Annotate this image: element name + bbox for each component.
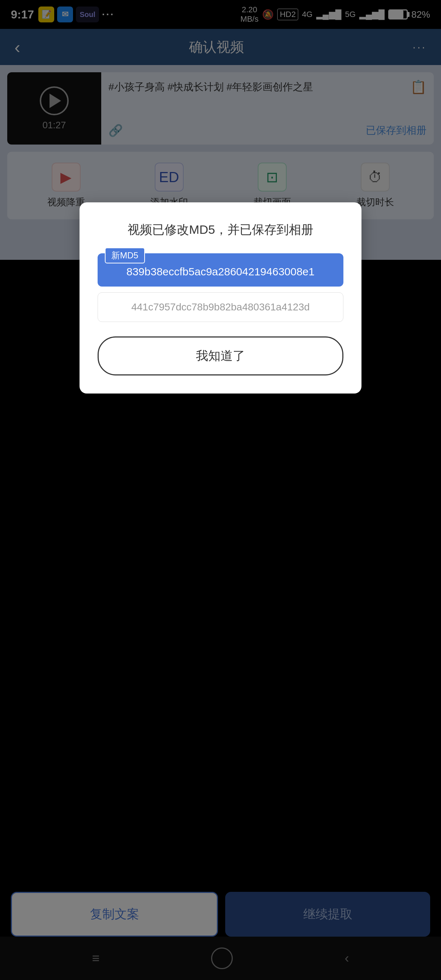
md5-dialog: 视频已修改MD5，并已保存到相册 新MD5 839b38eccfb5ac9a28… [80,202,361,393]
old-md5-value: 441c7957dcc78b9b82ba480361a4123d [109,301,332,313]
new-md5-value: 839b38eccfb5ac9a28604219463008e1 [108,266,333,278]
new-md5-block: 新MD5 839b38eccfb5ac9a28604219463008e1 [97,253,343,286]
overlay [0,0,441,980]
new-md5-badge: 新MD5 [105,248,145,263]
dialog-title: 视频已修改MD5，并已保存到相册 [97,220,343,239]
old-md5-block: 441c7957dcc78b9b82ba480361a4123d [97,292,343,322]
confirm-button[interactable]: 我知道了 [97,336,343,375]
